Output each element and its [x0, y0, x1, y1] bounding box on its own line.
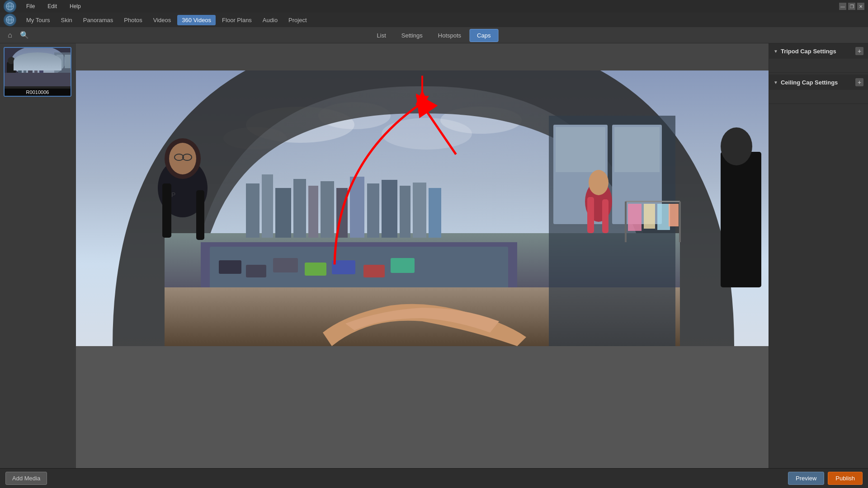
thumbnail-label: R0010006	[5, 89, 71, 96]
menu-help[interactable]: Help	[67, 2, 84, 10]
svg-rect-43	[350, 177, 364, 238]
svg-rect-29	[246, 265, 266, 277]
svg-rect-18	[65, 55, 71, 68]
tab-list[interactable]: List	[370, 29, 393, 42]
title-bar-left: File Edit Help	[4, 0, 84, 13]
svg-rect-38	[275, 188, 291, 238]
right-panel: ▼ Tripod Cap Settings + ▼ Ceiling Cap Se…	[769, 43, 868, 488]
main-layout: R0010006	[0, 43, 868, 488]
nav-audio[interactable]: Audio	[258, 15, 282, 25]
svg-rect-17	[57, 55, 63, 68]
search-button[interactable]: 🔍	[18, 29, 31, 42]
svg-rect-14	[7, 61, 16, 86]
tripod-cap-section: ▼ Tripod Cap Settings +	[769, 43, 868, 73]
svg-rect-74	[657, 204, 670, 230]
svg-rect-9	[18, 68, 22, 75]
ceiling-cap-content	[769, 90, 868, 103]
svg-rect-40	[308, 186, 318, 238]
content-area: P	[76, 43, 769, 488]
svg-rect-12	[34, 65, 38, 75]
publish-button[interactable]: Publish	[828, 472, 863, 485]
svg-rect-32	[332, 260, 355, 274]
ceiling-cap-header[interactable]: ▼ Ceiling Cap Settings +	[769, 75, 868, 90]
tabs-bar: List Settings Hotspots Caps	[370, 27, 499, 43]
svg-rect-37	[262, 174, 273, 238]
nav-skin[interactable]: Skin	[57, 15, 77, 25]
nav-my-tours[interactable]: My Tours	[22, 15, 55, 25]
svg-rect-10	[24, 66, 26, 75]
bottom-right-buttons: Preview Publish	[788, 472, 863, 485]
svg-point-15	[8, 57, 15, 64]
svg-rect-49	[429, 188, 441, 238]
thumbnail-r0010006[interactable]: R0010006	[4, 47, 71, 97]
svg-point-77	[721, 127, 752, 165]
svg-rect-13	[39, 67, 43, 75]
svg-rect-36	[246, 183, 259, 238]
ceiling-cap-section: ▼ Ceiling Cap Settings +	[769, 75, 868, 104]
svg-rect-72	[628, 204, 642, 231]
close-button[interactable]: ✕	[857, 3, 864, 10]
tripod-cap-header-left: ▼ Tripod Cap Settings	[774, 48, 836, 55]
svg-rect-42	[336, 188, 348, 238]
svg-point-66	[589, 170, 609, 195]
svg-rect-75	[669, 204, 679, 226]
svg-rect-48	[413, 183, 426, 238]
nav-videos[interactable]: Videos	[149, 15, 176, 25]
svg-rect-11	[28, 67, 33, 75]
tripod-cap-header[interactable]: ▼ Tripod Cap Settings +	[769, 43, 868, 59]
app-logo-nav	[4, 14, 16, 26]
maximize-button[interactable]: ❐	[848, 3, 855, 10]
panoramic-scene: P	[76, 70, 769, 346]
title-bar-right: — ❐ ✕	[839, 3, 864, 10]
tripod-cap-title: Tripod Cap Settings	[781, 48, 836, 55]
video-viewer[interactable]: P	[76, 70, 769, 346]
svg-rect-28	[219, 260, 241, 274]
minimize-button[interactable]: —	[839, 3, 846, 10]
thumbnail-image	[5, 48, 71, 86]
ceiling-cap-header-left: ▼ Ceiling Cap Settings	[774, 79, 838, 86]
title-bar: File Edit Help — ❐ ✕	[0, 0, 868, 13]
content-top-space	[76, 43, 769, 70]
svg-rect-31	[305, 263, 326, 276]
left-sidebar: R0010006	[0, 43, 76, 488]
ceiling-cap-title: Ceiling Cap Settings	[781, 79, 838, 86]
tab-settings[interactable]: Settings	[394, 29, 430, 42]
svg-rect-44	[367, 183, 379, 238]
svg-rect-76	[721, 152, 761, 287]
svg-rect-33	[363, 265, 385, 277]
svg-rect-73	[644, 204, 655, 229]
nav-360-videos[interactable]: 360 Videos	[177, 15, 216, 25]
svg-rect-53	[162, 183, 171, 238]
nav-panoramas[interactable]: Panoramas	[79, 15, 118, 25]
menu-file[interactable]: File	[24, 2, 38, 10]
nav-project[interactable]: Project	[284, 15, 311, 25]
svg-text:P: P	[171, 191, 175, 198]
svg-rect-67	[587, 197, 594, 233]
tab-caps[interactable]: Caps	[469, 29, 498, 42]
svg-rect-39	[293, 179, 306, 238]
svg-rect-45	[382, 180, 397, 238]
nav-photos[interactable]: Photos	[119, 15, 146, 25]
app-logo	[4, 0, 16, 13]
nav-floor-plans[interactable]: Floor Plans	[217, 15, 256, 25]
menu-edit[interactable]: Edit	[45, 2, 60, 10]
tripod-cap-chevron: ▼	[774, 49, 778, 54]
svg-point-7	[11, 48, 66, 77]
svg-rect-47	[400, 186, 410, 238]
svg-rect-34	[391, 258, 415, 273]
nav-bar: My Tours Skin Panoramas Photos Videos 36…	[0, 13, 868, 27]
svg-rect-41	[321, 181, 334, 238]
tripod-cap-content	[769, 59, 868, 72]
ceiling-cap-add-button[interactable]: +	[855, 78, 863, 86]
preview-button[interactable]: Preview	[788, 472, 824, 485]
bottom-bar: Add Media Preview Publish	[0, 468, 868, 488]
tab-hotspots[interactable]: Hotspots	[431, 29, 468, 42]
svg-rect-54	[196, 190, 204, 240]
ceiling-cap-chevron: ▼	[774, 80, 778, 85]
svg-rect-8	[5, 73, 71, 86]
svg-rect-68	[602, 199, 609, 233]
add-media-button[interactable]: Add Media	[5, 472, 47, 485]
tripod-cap-add-button[interactable]: +	[855, 47, 863, 55]
svg-rect-30	[273, 258, 298, 272]
home-button[interactable]: ⌂	[4, 29, 16, 42]
